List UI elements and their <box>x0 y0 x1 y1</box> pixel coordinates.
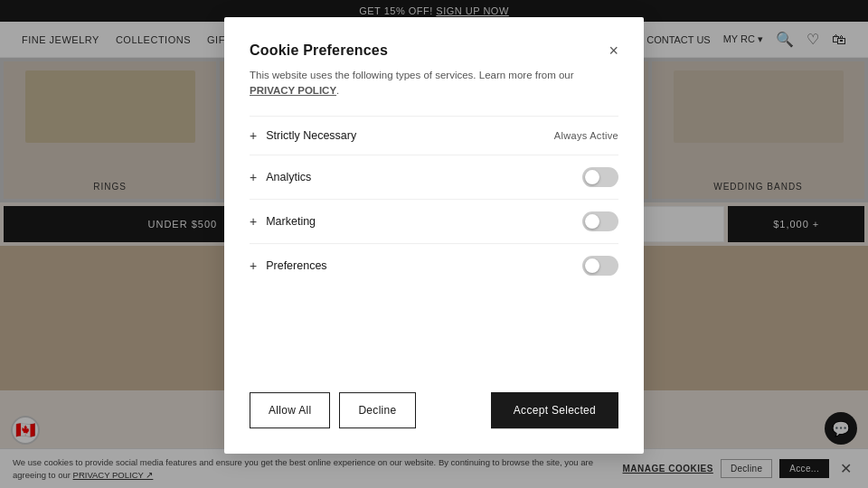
cookie-row-preferences: + Preferences <box>250 243 618 287</box>
allow-all-button[interactable]: Allow All <box>250 392 330 428</box>
analytics-toggle[interactable] <box>582 167 618 187</box>
modal-close-button[interactable]: × <box>609 42 618 59</box>
cookie-row-marketing: + Marketing <box>250 199 618 243</box>
cookie-row-left-analytics: + Analytics <box>250 170 311 184</box>
cookie-row-left-strictly: + Strictly Necessary <box>250 128 356 143</box>
marketing-toggle[interactable] <box>582 211 618 231</box>
always-active-text: Always Active <box>554 130 618 141</box>
modal-desc-text: This website uses the following types of… <box>250 70 574 80</box>
cookie-modal: Cookie Preferences × This website uses t… <box>224 17 644 454</box>
marketing-toggle-thumb <box>585 214 599 229</box>
modal-header: Cookie Preferences × <box>250 42 618 59</box>
expand-marketing-icon[interactable]: + <box>250 214 257 229</box>
preferences-toggle-track <box>582 256 618 276</box>
preferences-toggle[interactable] <box>582 256 618 276</box>
preferences-label: Preferences <box>266 259 326 272</box>
preferences-toggle-thumb <box>585 258 599 273</box>
cookie-row-left-marketing: + Marketing <box>250 214 316 229</box>
strictly-necessary-label: Strictly Necessary <box>266 129 356 142</box>
cookie-row-analytics: + Analytics <box>250 155 618 199</box>
modal-description: This website uses the following types of… <box>250 68 618 99</box>
privacy-policy-link[interactable]: PRIVACY POLICY <box>250 85 336 96</box>
expand-preferences-icon[interactable]: + <box>250 258 257 273</box>
expand-strictly-icon[interactable]: + <box>250 128 257 143</box>
modal-title: Cookie Preferences <box>250 42 388 59</box>
analytics-toggle-thumb <box>585 170 599 184</box>
cookie-row-strictly-necessary: + Strictly Necessary Always Active <box>250 116 618 155</box>
cookie-row-left-preferences: + Preferences <box>250 258 327 273</box>
analytics-label: Analytics <box>266 171 311 183</box>
marketing-toggle-track <box>582 211 618 231</box>
expand-analytics-icon[interactable]: + <box>250 170 257 184</box>
modal-spacer <box>250 287 618 378</box>
analytics-toggle-track <box>582 167 618 187</box>
marketing-label: Marketing <box>266 215 316 228</box>
decline-button[interactable]: Decline <box>339 392 415 428</box>
modal-footer: Allow All Decline Accept Selected <box>250 392 618 428</box>
accept-selected-button[interactable]: Accept Selected <box>491 392 618 428</box>
